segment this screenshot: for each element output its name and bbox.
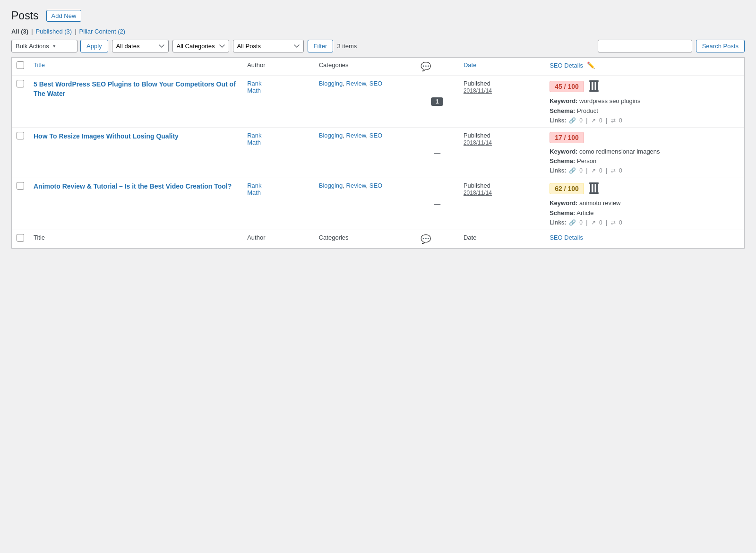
filter-button[interactable]: Filter bbox=[308, 40, 334, 52]
page-header: Posts Add New bbox=[11, 9, 745, 22]
seo-meta: Keyword: como redimensionar imagensSchem… bbox=[550, 147, 739, 167]
row-author-cell: RankMath bbox=[242, 128, 314, 178]
seo-details-sort-link[interactable]: SEO Details bbox=[550, 62, 583, 69]
category-link[interactable]: Review bbox=[346, 182, 366, 189]
row-date-cell: Published2018/11/14 bbox=[459, 128, 545, 178]
search-button[interactable]: Search Posts bbox=[696, 40, 745, 52]
row-checkbox-cell bbox=[12, 178, 29, 230]
svg-rect-6 bbox=[593, 184, 594, 192]
row-title-cell: How To Resize Images Without Losing Qual… bbox=[29, 128, 242, 178]
seo-score: 62 / 100 bbox=[550, 183, 584, 194]
date-sort-link[interactable]: Date bbox=[464, 61, 476, 69]
row-checkbox[interactable] bbox=[17, 182, 24, 190]
filter-published[interactable]: Published (3) bbox=[36, 28, 72, 35]
links-label: Links: bbox=[550, 117, 566, 124]
sep-2: | bbox=[75, 28, 76, 35]
footer-comments-icon: 💬 bbox=[421, 234, 431, 244]
table-row: How To Resize Images Without Losing Qual… bbox=[12, 128, 745, 178]
filter-all[interactable]: All (3) bbox=[11, 28, 28, 35]
edit-icon[interactable]: ✏️ bbox=[587, 61, 595, 69]
add-new-button[interactable]: Add New bbox=[46, 10, 82, 22]
author-link[interactable]: RankMath bbox=[247, 132, 261, 146]
seo-links: Links: 🔗 0 | ↗ 0 | ⇄ 0 bbox=[550, 167, 739, 174]
keyword-value: wordpress seo plugins bbox=[579, 97, 640, 104]
external-link-icon: ↗ bbox=[591, 167, 596, 174]
title-sort-link[interactable]: Title bbox=[34, 61, 45, 69]
filter-pillar[interactable]: Pillar Content (2) bbox=[79, 28, 126, 35]
date-status: Published bbox=[464, 80, 490, 87]
svg-rect-5 bbox=[590, 184, 592, 192]
page-title: Posts bbox=[11, 9, 39, 22]
schema-label: Schema: bbox=[550, 107, 575, 114]
footer-seo: SEO Details bbox=[545, 230, 744, 248]
category-link[interactable]: SEO bbox=[369, 80, 382, 87]
keyword-label: Keyword: bbox=[550, 97, 577, 104]
links-label: Links: bbox=[550, 219, 566, 226]
row-checkbox[interactable] bbox=[17, 132, 24, 139]
external-count: 0 bbox=[599, 117, 602, 124]
header-seo: SEO Details ✏️ bbox=[545, 58, 744, 76]
posts-filter[interactable]: All Posts bbox=[233, 40, 304, 52]
row-categories-cell: Blogging, Review, SEO bbox=[314, 128, 416, 178]
subsubsub-nav: All (3) | Published (3) | Pillar Content… bbox=[11, 28, 745, 35]
comment-dash: — bbox=[434, 200, 440, 207]
comment-badge[interactable]: 1 bbox=[431, 97, 443, 106]
schema-value: Product bbox=[577, 107, 598, 114]
post-title-link[interactable]: Animoto Review & Tutorial – Is it the Be… bbox=[34, 182, 232, 190]
footer-categories: Categories bbox=[314, 230, 416, 248]
row-date-cell: Published2018/11/14 bbox=[459, 178, 545, 230]
svg-rect-2 bbox=[596, 82, 598, 90]
svg-rect-7 bbox=[596, 184, 598, 192]
category-link[interactable]: Blogging bbox=[319, 80, 343, 87]
date-value: 2018/11/14 bbox=[464, 87, 492, 94]
footer-select-all-checkbox[interactable] bbox=[17, 234, 24, 242]
apply-button[interactable]: Apply bbox=[80, 40, 108, 52]
category-link[interactable]: SEO bbox=[369, 132, 382, 139]
footer-comments: 💬 bbox=[416, 230, 459, 248]
post-title-link[interactable]: How To Resize Images Without Losing Qual… bbox=[34, 132, 179, 140]
row-checkbox[interactable] bbox=[17, 80, 24, 87]
pillar-icon bbox=[589, 80, 599, 95]
seo-meta: Keyword: animoto reviewSchema: Article bbox=[550, 199, 739, 218]
schema-label: Schema: bbox=[550, 209, 575, 216]
select-all-checkbox[interactable] bbox=[17, 61, 24, 69]
category-link[interactable]: SEO bbox=[369, 182, 382, 189]
category-link[interactable]: Blogging bbox=[319, 132, 343, 139]
table-row: 5 Best WordPress SEO Plugins to Blow You… bbox=[12, 76, 745, 128]
category-link[interactable]: Review bbox=[346, 80, 366, 87]
row-title-cell: Animoto Review & Tutorial – Is it the Be… bbox=[29, 178, 242, 230]
share-count: 0 bbox=[619, 167, 622, 174]
row-categories-cell: Blogging, Review, SEO bbox=[314, 178, 416, 230]
table-row: Animoto Review & Tutorial – Is it the Be… bbox=[12, 178, 745, 230]
bulk-actions-label: Bulk Actions bbox=[16, 43, 49, 50]
comments-icon: 💬 bbox=[421, 62, 431, 71]
posts-tbody: 5 Best WordPress SEO Plugins to Blow You… bbox=[12, 76, 745, 230]
date-status: Published bbox=[464, 132, 490, 139]
categories-filter[interactable]: All Categories bbox=[172, 40, 229, 52]
date-value: 2018/11/14 bbox=[464, 190, 492, 196]
row-seo-cell: 62 / 100Keyword: animoto reviewSchema: A… bbox=[545, 178, 744, 230]
dates-filter[interactable]: All dates bbox=[112, 40, 169, 52]
comment-dash: — bbox=[434, 149, 440, 156]
top-controls: Bulk Actions ▾ Apply All dates All Categ… bbox=[11, 40, 745, 52]
schema-value: Article bbox=[576, 209, 593, 216]
header-comments: 💬 bbox=[416, 58, 459, 76]
author-link[interactable]: RankMath bbox=[247, 80, 261, 94]
footer-checkbox-cell bbox=[12, 230, 29, 248]
category-link[interactable]: Review bbox=[346, 132, 366, 139]
internal-count: 0 bbox=[579, 219, 583, 226]
category-link[interactable]: Blogging bbox=[319, 182, 343, 189]
table-footer-row: Title Author Categories 💬 Date SEO Detai… bbox=[12, 230, 745, 248]
row-checkbox-cell bbox=[12, 76, 29, 128]
table-header-row: Title Author Categories 💬 Date SEO Detai… bbox=[12, 58, 745, 76]
post-title-link[interactable]: 5 Best WordPress SEO Plugins to Blow You… bbox=[34, 80, 236, 97]
seo-links: Links: 🔗 0 | ↗ 0 | ⇄ 0 bbox=[550, 219, 739, 226]
author-link[interactable]: RankMath bbox=[247, 182, 261, 196]
search-input[interactable] bbox=[598, 40, 692, 52]
svg-rect-1 bbox=[593, 82, 594, 90]
internal-count: 0 bbox=[579, 167, 583, 174]
header-checkbox-cell bbox=[12, 58, 29, 76]
bulk-actions-dropdown[interactable]: Bulk Actions ▾ bbox=[11, 40, 77, 52]
svg-rect-9 bbox=[589, 192, 599, 194]
row-date-cell: Published2018/11/14 bbox=[459, 76, 545, 128]
